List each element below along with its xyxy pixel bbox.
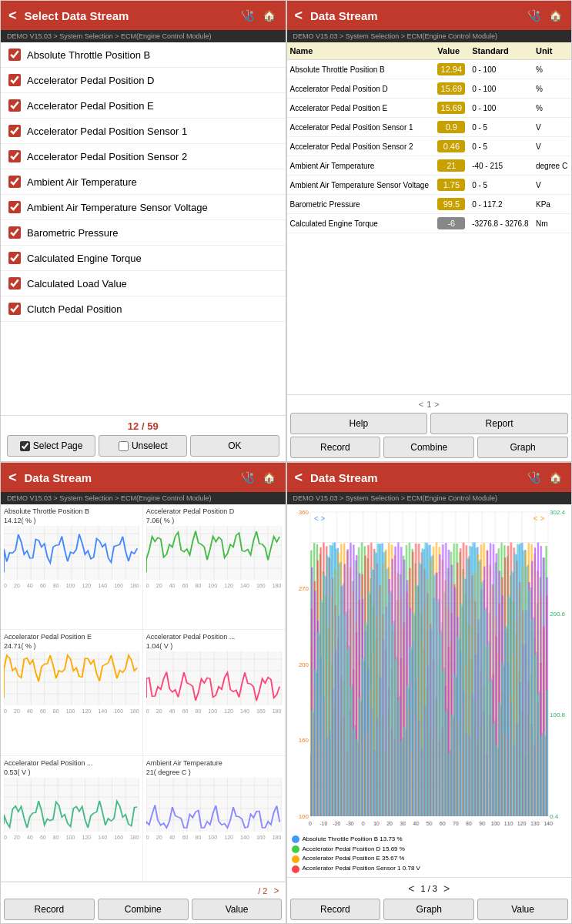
graph-button-p2[interactable]: Graph: [477, 437, 568, 458]
x-axis-mid6: 120: [82, 835, 92, 840]
record-button-p2[interactable]: Record: [290, 437, 381, 458]
item-label: Barometric Pressure: [27, 227, 118, 239]
x-axis-mid4: 80: [196, 708, 202, 714]
cell-name: Accelerator Pedal Position Sensor 2: [287, 137, 435, 156]
panel1-footer: 12 / 59 Select Page Unselect OK: [1, 415, 286, 461]
table-row: Ambient Air Temperature21-40 - 215degree…: [287, 156, 572, 176]
item-label: Accelerator Pedal Position Sensor 2: [27, 151, 187, 162]
ok-button[interactable]: OK: [190, 435, 279, 457]
panel3-breadcrumb: DEMO V15.03 > System Selection > ECM(Eng…: [1, 492, 286, 504]
item-checkbox[interactable]: [8, 176, 21, 188]
x-axis-mid8: 160: [114, 708, 123, 714]
mini-graph-value: 14.12( % ): [4, 517, 139, 524]
value-button-p3[interactable]: Value: [192, 899, 283, 920]
table-row: Accelerator Pedal Position E15.690 - 100…: [287, 99, 572, 118]
help-button[interactable]: Help: [290, 413, 428, 434]
x-axis-start: 0: [4, 835, 7, 840]
item-checkbox[interactable]: [8, 99, 21, 112]
x-axis-start: 0: [146, 583, 149, 588]
panel3-next[interactable]: >: [273, 886, 279, 896]
x-axis-mid3: 60: [182, 835, 189, 840]
x-axis-mid3: 60: [40, 835, 46, 840]
cell-name: Ambient Air Temperature: [287, 156, 435, 176]
x-axis-end: 180: [273, 835, 282, 840]
page-next[interactable]: >: [434, 400, 439, 409]
table-row: Barometric Pressure99.50 - 117.2KPa: [287, 195, 572, 214]
x-axis-mid6: 120: [224, 708, 233, 714]
panel4-combined-area: Absolute Throttle Position B 13.73 % Acc…: [287, 504, 572, 877]
panel-data-stream-table: < Data Stream 🩺 🏠 DEMO V15.03 > System S…: [286, 0, 573, 462]
x-axis-mid3: 60: [40, 583, 46, 588]
panel3-back-arrow[interactable]: <: [8, 470, 17, 486]
graph-button-p4[interactable]: Graph: [383, 899, 474, 920]
cell-value: 21: [434, 156, 469, 176]
stethoscope-icon[interactable]: 🩺: [239, 7, 256, 24]
table-row: Accelerator Pedal Position D15.690 - 100…: [287, 79, 572, 99]
data-stream-table: Name Value Standard Unit Absolute Thrott…: [287, 42, 572, 233]
panel3-home-icon[interactable]: 🏠: [261, 469, 278, 486]
panel4-footer-buttons: RecordGraphValue: [290, 899, 569, 920]
x-axis-mid8: 160: [256, 708, 266, 714]
panel3-stethoscope-icon[interactable]: 🩺: [239, 469, 256, 486]
combine-button-p2[interactable]: Combine: [383, 437, 474, 458]
unselect-button[interactable]: Unselect: [99, 435, 187, 457]
x-axis-mid4: 80: [53, 708, 59, 714]
panel2-home-icon[interactable]: 🏠: [547, 7, 564, 24]
unselect-checkbox[interactable]: [119, 441, 129, 451]
item-label: Clutch Pedal Position: [27, 303, 122, 315]
panel4-prev[interactable]: <: [408, 882, 414, 895]
record-button-p3[interactable]: Record: [4, 899, 95, 920]
item-checkbox[interactable]: [8, 49, 21, 61]
panel3-page: / 2 >: [4, 886, 283, 896]
home-icon[interactable]: 🏠: [261, 7, 278, 24]
x-axis-mid2: 40: [169, 835, 176, 840]
cell-standard: 0 - 100: [469, 99, 533, 118]
panel4-home-icon[interactable]: 🏠: [547, 469, 564, 486]
x-axis-mid3: 60: [40, 708, 46, 714]
combine-button-p3[interactable]: Combine: [98, 899, 189, 920]
panel1-title: Select Data Stream: [25, 9, 235, 22]
list-item: Accelerator Pedal Position D: [1, 68, 286, 93]
record-button-p4[interactable]: Record: [290, 899, 381, 920]
panel1-back-arrow[interactable]: <: [8, 8, 17, 24]
panel2-back-arrow[interactable]: <: [295, 8, 303, 24]
mini-graph: Accelerator Pedal Position ... 0.53( V )…: [1, 756, 143, 882]
cell-unit: V: [533, 118, 571, 137]
x-axis-mid4: 80: [196, 583, 202, 588]
table-row: Accelerator Pedal Position Sensor 20.460…: [287, 137, 572, 156]
x-axis-mid1: 20: [156, 583, 162, 588]
item-checkbox[interactable]: [8, 125, 21, 137]
panel4-back-arrow[interactable]: <: [295, 470, 303, 486]
panel2-stethoscope-icon[interactable]: 🩺: [525, 7, 542, 24]
x-axis-mid7: 140: [240, 583, 249, 588]
panel3-page-num: / 2: [258, 886, 267, 896]
value-button-p4[interactable]: Value: [477, 899, 568, 920]
panel4-stethoscope-icon[interactable]: 🩺: [525, 469, 542, 486]
x-axis-end: 180: [130, 583, 139, 588]
item-checkbox[interactable]: [8, 74, 21, 86]
item-checkbox[interactable]: [8, 277, 21, 290]
item-checkbox[interactable]: [8, 252, 21, 264]
list-item: Ambient Air Temperature: [1, 169, 286, 195]
panel-select-data-stream: < Select Data Stream 🩺 🏠 DEMO V15.03 > S…: [0, 0, 286, 462]
cell-standard: 0 - 100: [469, 79, 533, 99]
x-axis-mid1: 20: [14, 835, 20, 840]
item-checkbox[interactable]: [8, 150, 21, 162]
legend-label: Accelerator Pedal Position E 35.67 %: [303, 854, 405, 864]
select-page-checkbox[interactable]: [20, 441, 30, 451]
panel4-header: < Data Stream 🩺 🏠: [287, 463, 572, 492]
x-axis-mid7: 140: [240, 835, 249, 840]
report-button[interactable]: Report: [430, 413, 568, 434]
page-prev[interactable]: <: [419, 400, 423, 409]
select-page-button[interactable]: Select Page: [7, 435, 95, 457]
panel3-footer-buttons: RecordCombineValue: [4, 899, 283, 920]
item-checkbox[interactable]: [8, 303, 21, 315]
cell-name: Accelerator Pedal Position D: [287, 79, 435, 99]
item-checkbox[interactable]: [8, 201, 21, 213]
cell-unit: degree C: [533, 156, 571, 176]
panel4-next[interactable]: >: [443, 882, 450, 895]
x-axis-mid5: 100: [66, 835, 75, 840]
col-name: Name: [287, 42, 435, 60]
item-checkbox[interactable]: [8, 226, 21, 239]
table-row: Ambient Air Temperature Sensor Voltage1.…: [287, 176, 572, 195]
